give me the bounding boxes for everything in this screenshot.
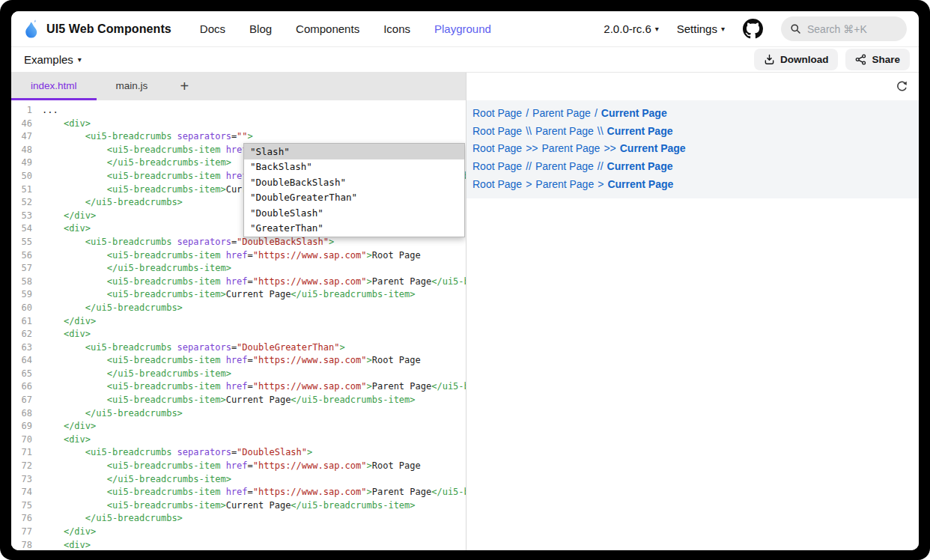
code-text: <ui5-breadcrumbs-item href="https://www.… bbox=[42, 354, 421, 368]
breadcrumb-current-page: Current Page bbox=[620, 142, 686, 154]
autocomplete-option[interactable]: "Slash" bbox=[244, 144, 464, 159]
code-text: </ui5-breadcrumbs> bbox=[42, 407, 183, 421]
line-number: 72 bbox=[11, 460, 32, 473]
line-number: 75 bbox=[11, 499, 32, 513]
add-tab-button[interactable]: + bbox=[167, 73, 201, 100]
refresh-icon[interactable] bbox=[896, 80, 908, 93]
share-button[interactable]: Share bbox=[845, 49, 910, 70]
code-line: 1... bbox=[11, 104, 466, 118]
code-text: </div> bbox=[42, 526, 96, 539]
code-line: 63 <ui5-breadcrumbs separators="DoubleGr… bbox=[11, 341, 466, 355]
code-text: <div> bbox=[42, 222, 91, 236]
breadcrumb-separator: >> bbox=[604, 142, 616, 154]
line-number: 62 bbox=[11, 328, 32, 341]
breadcrumb-separator: // bbox=[526, 160, 532, 172]
code-line: 68 </ui5-breadcrumbs> bbox=[11, 407, 466, 421]
settings-label: Settings bbox=[677, 22, 717, 35]
nav-link-components[interactable]: Components bbox=[296, 22, 359, 35]
autocomplete-option[interactable]: "DoubleSlash" bbox=[244, 205, 464, 221]
breadcrumb-separator: / bbox=[595, 107, 598, 119]
search-icon bbox=[790, 23, 801, 34]
line-number: 49 bbox=[11, 156, 32, 170]
chevron-down-icon: ▾ bbox=[78, 56, 82, 64]
line-number: 47 bbox=[11, 130, 32, 144]
nav-link-icons[interactable]: Icons bbox=[383, 22, 410, 35]
line-number: 67 bbox=[11, 394, 32, 407]
editor-tabbar: index.htmlmain.js+ bbox=[11, 73, 466, 100]
line-number: 53 bbox=[11, 210, 32, 223]
chevron-down-icon: ▾ bbox=[721, 25, 725, 33]
code-text: </ui5-breadcrumbs> bbox=[42, 512, 183, 526]
flame-logo-icon bbox=[23, 19, 40, 39]
code-text: </ui5-breadcrumbs> bbox=[42, 196, 183, 210]
breadcrumb-separator: >> bbox=[526, 142, 538, 154]
autocomplete-option[interactable]: "DoubleGreaterThan" bbox=[244, 190, 464, 206]
line-number: 70 bbox=[11, 433, 32, 447]
nav-link-playground[interactable]: Playground bbox=[434, 22, 491, 35]
breadcrumb-link[interactable]: Root Page bbox=[472, 178, 522, 190]
preview-topbar bbox=[466, 73, 919, 100]
examples-label: Examples bbox=[24, 53, 73, 66]
breadcrumb-row: Root Page>>Parent Page>>Current Page bbox=[472, 140, 913, 158]
nav-link-blog[interactable]: Blog bbox=[249, 22, 272, 35]
code-line: 65 </ui5-breadcrumbs-item> bbox=[11, 368, 466, 381]
code-line: 59 <ui5-breadcrumbs-item>Current Page</u… bbox=[11, 288, 466, 302]
code-area[interactable]: 1...46 <div>47 <ui5-breadcrumbs separato… bbox=[11, 100, 466, 550]
breadcrumb-link[interactable]: Root Page bbox=[472, 160, 522, 172]
breadcrumb-current-page: Current Page bbox=[601, 107, 667, 119]
line-number: 56 bbox=[11, 249, 32, 263]
download-button[interactable]: Download bbox=[754, 49, 839, 70]
line-number: 65 bbox=[11, 368, 32, 381]
breadcrumb-link[interactable]: Parent Page bbox=[542, 142, 601, 154]
download-label: Download bbox=[780, 54, 829, 65]
code-text: <ui5-breadcrumbs-item href="https://www.… bbox=[42, 486, 466, 499]
breadcrumb-link[interactable]: Parent Page bbox=[535, 160, 594, 172]
share-label: Share bbox=[872, 54, 900, 65]
line-number: 63 bbox=[11, 341, 32, 355]
examples-toolbar: Examples ▾ Download Share bbox=[11, 47, 919, 73]
code-text: </ui5-breadcrumbs-item> bbox=[42, 262, 231, 276]
breadcrumb-link[interactable]: Parent Page bbox=[532, 107, 591, 119]
github-link[interactable] bbox=[743, 19, 763, 39]
breadcrumb-link[interactable]: Root Page bbox=[472, 142, 522, 154]
top-navigation-bar: UI5 Web Components DocsBlogComponentsIco… bbox=[11, 11, 919, 47]
code-text: <ui5-breadcrumbs separators="DoubleSlash… bbox=[42, 446, 312, 460]
code-editor-pane: index.htmlmain.js+ 1...46 <div>47 <ui5-b… bbox=[11, 73, 466, 550]
version-menu[interactable]: 2.0.0-rc.6 ▾ bbox=[604, 22, 658, 35]
breadcrumbs-demo-area: Root Page/Parent Page/Current PageRoot P… bbox=[466, 100, 919, 198]
nav-link-docs[interactable]: Docs bbox=[200, 22, 225, 35]
code-text: <div> bbox=[42, 118, 91, 131]
code-text: </ui5-breadcrumbs> bbox=[42, 302, 183, 315]
code-text: ... bbox=[42, 104, 58, 118]
line-number: 46 bbox=[11, 118, 32, 131]
autocomplete-option[interactable]: "DoubleBackSlash" bbox=[244, 174, 464, 190]
line-number: 77 bbox=[11, 526, 32, 539]
search-box[interactable] bbox=[781, 16, 907, 41]
examples-menu[interactable]: Examples ▾ bbox=[24, 53, 82, 66]
breadcrumb-link[interactable]: Parent Page bbox=[535, 178, 594, 190]
code-text: <ui5-breadcrumbs separators="DoubleBackS… bbox=[42, 236, 334, 249]
code-text: <div> bbox=[42, 433, 91, 447]
breadcrumb-current-page: Current Page bbox=[607, 125, 673, 137]
line-number: 58 bbox=[11, 276, 32, 289]
settings-menu[interactable]: Settings ▾ bbox=[677, 22, 725, 35]
breadcrumb-current-page: Current Page bbox=[607, 160, 673, 172]
line-number: 61 bbox=[11, 315, 32, 329]
breadcrumb-link[interactable]: Root Page bbox=[472, 125, 522, 137]
tab-main-js[interactable]: main.js bbox=[97, 73, 168, 100]
share-icon bbox=[855, 54, 866, 65]
code-line: 77 </div> bbox=[11, 526, 466, 539]
breadcrumb-link[interactable]: Parent Page bbox=[535, 125, 594, 137]
code-text: </ui5-breadcrumbs-item> bbox=[42, 156, 231, 170]
code-line: 56 <ui5-breadcrumbs-item href="https://w… bbox=[11, 249, 466, 263]
code-text: <ui5-breadcrumbs-item>Current Page</ui5-… bbox=[42, 499, 416, 513]
autocomplete-option[interactable]: "GreaterThan" bbox=[244, 221, 464, 237]
header-right: 2.0.0-rc.6 ▾ Settings ▾ bbox=[604, 16, 907, 41]
line-number: 78 bbox=[11, 539, 32, 550]
tab-index-html[interactable]: index.html bbox=[11, 73, 97, 100]
search-input[interactable] bbox=[807, 23, 897, 35]
autocomplete-popup: "Slash""BackSlash""DoubleBackSlash""Doub… bbox=[243, 143, 465, 237]
brand[interactable]: UI5 Web Components bbox=[23, 19, 171, 39]
breadcrumb-link[interactable]: Root Page bbox=[472, 107, 522, 119]
autocomplete-option[interactable]: "BackSlash" bbox=[244, 159, 464, 175]
